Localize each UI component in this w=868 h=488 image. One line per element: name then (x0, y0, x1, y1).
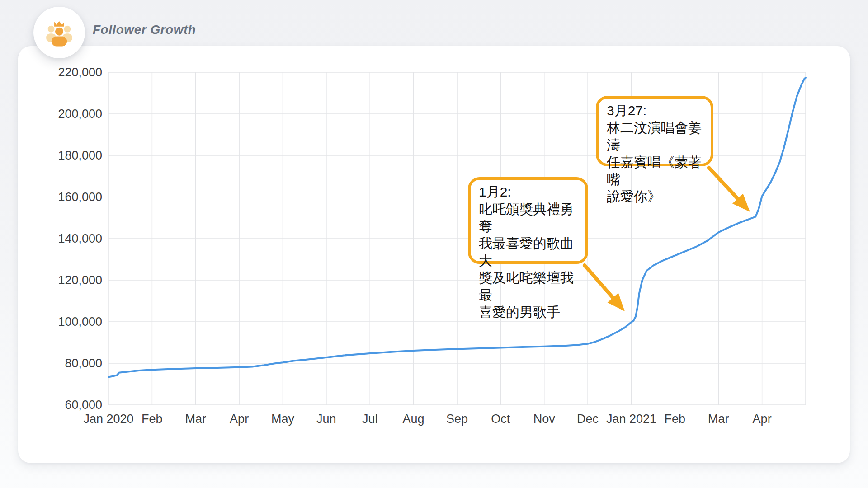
svg-text:220,000: 220,000 (58, 66, 102, 79)
svg-text:Dec: Dec (577, 412, 599, 426)
crowd-crown-icon (42, 15, 77, 50)
svg-text:120,000: 120,000 (58, 273, 102, 287)
svg-text:60,000: 60,000 (65, 398, 102, 412)
svg-text:Jan 2021: Jan 2021 (606, 412, 656, 426)
svg-text:Apr: Apr (753, 412, 772, 426)
follower-growth-page: 60,00080,000100,000120,000140,000160,000… (0, 0, 868, 488)
svg-text:Jan 2020: Jan 2020 (83, 412, 133, 426)
svg-text:Feb: Feb (665, 412, 686, 426)
svg-text:Mar: Mar (185, 412, 207, 426)
svg-text:200,000: 200,000 (58, 107, 102, 121)
follower-growth-chart[interactable]: 60,00080,000100,000120,000140,000160,000… (0, 0, 868, 488)
svg-text:140,000: 140,000 (58, 232, 102, 245)
svg-text:Sep: Sep (446, 412, 468, 426)
svg-text:Jun: Jun (316, 412, 336, 426)
svg-text:160,000: 160,000 (58, 190, 102, 204)
svg-text:80,000: 80,000 (65, 357, 102, 370)
svg-text:Jul: Jul (362, 412, 378, 426)
x-axis-tick-labels: Jan 2020FebMarAprMayJunJulAugSepOctNovDe… (83, 412, 771, 426)
svg-text:100,000: 100,000 (58, 315, 102, 328)
svg-text:Mar: Mar (708, 412, 729, 426)
svg-text:Aug: Aug (403, 412, 425, 426)
svg-text:180,000: 180,000 (58, 149, 102, 162)
svg-text:Oct: Oct (491, 412, 510, 426)
svg-text:Nov: Nov (533, 412, 556, 426)
annotation-mar27: 3月27: 林二汶演唱會姜濤 任嘉賓唱《蒙著嘴 說愛你》 (596, 96, 713, 166)
annotation-jan2: 1月2: 叱吒頒獎典禮勇奪 我最喜愛的歌曲大 獎及叱咤樂壇我最 喜愛的男歌手 (468, 177, 588, 264)
svg-text:Apr: Apr (230, 412, 249, 426)
page-title: Follower Growth (93, 23, 196, 37)
followers-badge (33, 7, 85, 58)
y-axis-tick-labels: 60,00080,000100,000120,000140,000160,000… (58, 66, 102, 412)
svg-text:May: May (271, 412, 295, 426)
svg-text:Feb: Feb (142, 412, 163, 426)
